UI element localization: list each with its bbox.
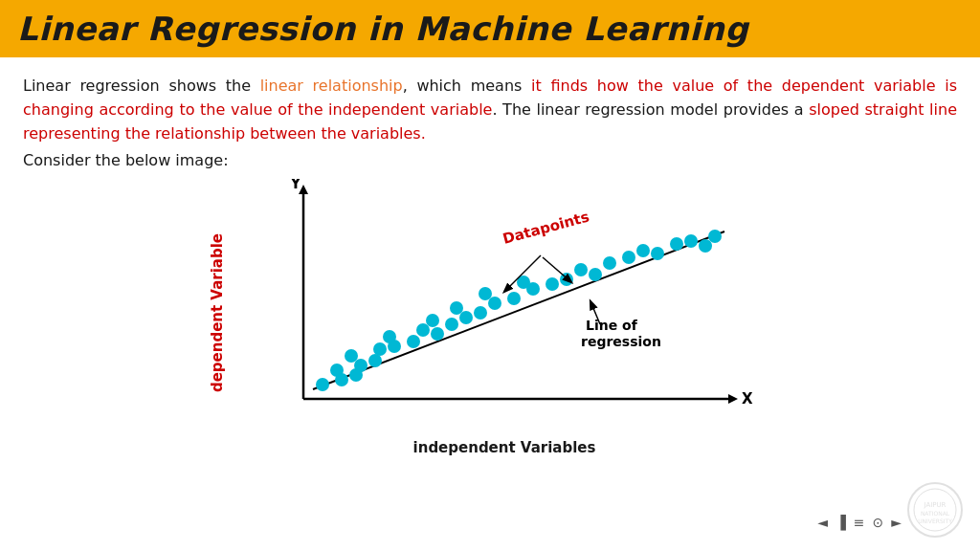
svg-point-40 — [699, 239, 712, 253]
nav-next[interactable]: ► — [891, 515, 902, 530]
svg-point-32 — [574, 263, 588, 276]
svg-text:Datapoints: Datapoints — [501, 209, 590, 248]
svg-point-16 — [383, 330, 396, 343]
svg-text:Y: Y — [290, 179, 302, 192]
nav-prev[interactable]: ◄ — [817, 515, 828, 530]
svg-text:regression: regression — [581, 334, 661, 349]
intro-text-part1: Linear regression shows the — [23, 77, 260, 95]
intro-text-part3: . The linear regression model provides a — [492, 100, 809, 119]
svg-point-17 — [407, 335, 420, 348]
svg-point-13 — [368, 354, 382, 367]
svg-text:JAIPUR: JAIPUR — [923, 501, 946, 509]
svg-point-34 — [603, 256, 616, 270]
nav-separator: ▐ — [835, 515, 846, 530]
svg-point-24 — [474, 306, 487, 320]
svg-point-21 — [445, 318, 458, 331]
consider-text: Consider the below image: — [23, 151, 957, 169]
svg-point-9 — [330, 364, 344, 377]
svg-point-27 — [507, 292, 521, 305]
svg-line-43 — [543, 257, 571, 282]
watermark: JAIPUR NATIONAL UNIVERSITY — [905, 480, 965, 540]
nav-menu[interactable]: ≡ — [854, 515, 865, 530]
svg-text:NATIONAL: NATIONAL — [921, 510, 950, 517]
svg-point-41 — [708, 230, 722, 243]
content: Linear regression shows the linear relat… — [0, 57, 980, 456]
svg-marker-3 — [728, 394, 738, 404]
svg-point-7 — [316, 378, 329, 391]
svg-point-12 — [345, 349, 358, 363]
svg-text:Line of: Line of — [586, 318, 638, 333]
svg-point-36 — [636, 244, 650, 257]
chart-container: dependent Variable Y X — [203, 179, 777, 456]
nav-zoom[interactable]: ⊙ — [872, 515, 883, 530]
nav-controls: ◄ ▐ ≡ ⊙ ► — [817, 515, 902, 530]
svg-point-30 — [546, 277, 559, 291]
svg-point-20 — [426, 314, 439, 327]
svg-point-37 — [651, 247, 664, 260]
svg-text:UNIVERSITY: UNIVERSITY — [918, 518, 952, 524]
svg-point-19 — [431, 327, 444, 341]
svg-point-25 — [488, 297, 501, 310]
svg-point-26 — [479, 287, 492, 300]
svg-point-22 — [459, 311, 473, 324]
svg-point-18 — [416, 323, 430, 337]
svg-point-39 — [684, 234, 698, 248]
diagram-area: dependent Variable Y X — [23, 179, 957, 456]
svg-point-23 — [450, 301, 463, 315]
linear-relationship-highlight: linear relationship — [260, 77, 403, 95]
svg-point-11 — [354, 359, 368, 372]
svg-point-35 — [622, 251, 635, 264]
page-title: Linear Regression in Machine Learning — [17, 10, 963, 48]
svg-text:X: X — [742, 390, 753, 408]
chart-svg: Y X — [246, 179, 763, 442]
y-axis-label: dependent Variable — [209, 198, 226, 428]
svg-point-38 — [670, 237, 683, 251]
svg-point-14 — [373, 342, 387, 356]
x-axis-label: independent Variables — [246, 439, 763, 456]
svg-point-33 — [589, 268, 602, 281]
intro-paragraph: Linear regression shows the linear relat… — [23, 75, 957, 145]
header: Linear Regression in Machine Learning — [0, 0, 980, 57]
intro-text-part2: , which means — [403, 77, 531, 95]
